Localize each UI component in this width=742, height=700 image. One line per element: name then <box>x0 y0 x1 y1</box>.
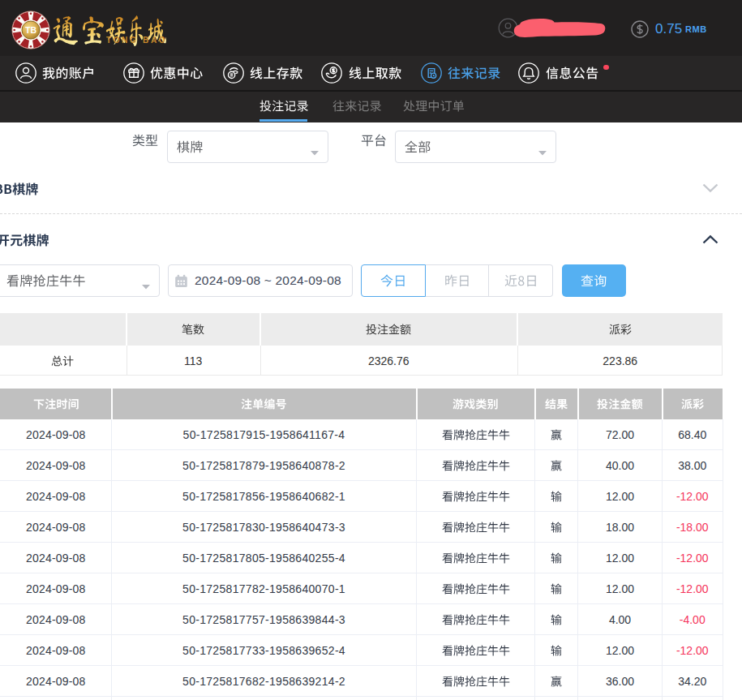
svg-text:TB: TB <box>25 25 36 35</box>
